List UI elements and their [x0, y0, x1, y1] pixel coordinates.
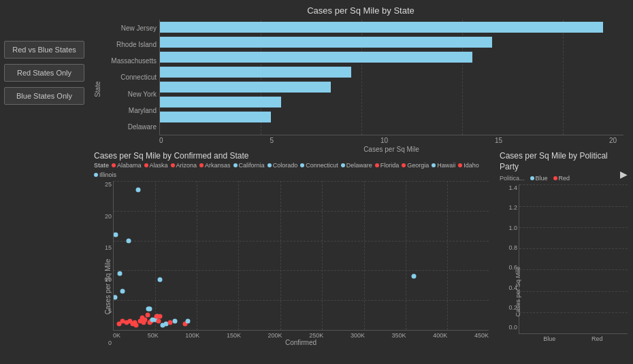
h-grid-5 — [114, 300, 489, 301]
r-grid-0.4 — [519, 291, 628, 292]
v-grid-250k — [322, 181, 323, 330]
x-tick-20: 20 — [609, 137, 617, 144]
legend-blue: Blue — [530, 175, 548, 182]
legend-florida: Florida — [375, 162, 400, 169]
arkansas-label: Arkansas — [205, 162, 231, 169]
legend-arizona: Arizona — [171, 162, 197, 169]
h-grid-10 — [114, 270, 489, 271]
alaska-label: Alaska — [150, 162, 168, 169]
scatter-title: Cases per Sq Mile by Confirmed and State — [94, 151, 489, 161]
y-label-ri: Rhode Island — [116, 41, 157, 48]
y-label-de: Delaware — [128, 123, 157, 131]
x-100k: 100K — [185, 332, 199, 339]
x-250k: 250K — [309, 332, 323, 339]
dot-r15 — [158, 314, 163, 319]
scatter-x-labels: 0K 50K 100K 150K 200K 250K 300K 350K 400… — [113, 332, 489, 339]
x-tick-5: 5 — [270, 137, 274, 144]
x-350k: 350K — [392, 332, 406, 339]
x-300k: 300K — [351, 332, 365, 339]
bar-ri — [160, 37, 492, 48]
legend-colorado: Colorado — [267, 162, 298, 169]
legend-alabama: Alabama — [112, 162, 142, 169]
dot-3 — [117, 271, 122, 276]
y-label-md: Maryland — [129, 107, 157, 114]
legend-hawaii: Hawaii — [432, 162, 455, 169]
right-y-axis-title: Cases per Sq Mile — [515, 267, 521, 317]
h-grid-20 — [114, 211, 489, 212]
dot-r4 — [134, 323, 139, 328]
play-button[interactable]: ▶ — [620, 169, 628, 180]
politica-label: Politica... — [500, 175, 525, 182]
bar-chart-content — [159, 20, 623, 135]
r-x-red: Red — [591, 335, 603, 342]
y-axis-title: State — [94, 82, 101, 97]
california-label: California — [239, 162, 265, 169]
bar-md — [160, 97, 281, 107]
idaho-dot — [458, 163, 462, 167]
florida-dot — [375, 163, 379, 167]
bar-row-ri — [160, 35, 623, 50]
y-label-ma: Massachusetts — [111, 57, 157, 65]
v-grid-200k — [280, 181, 281, 330]
blue-legend-dot — [530, 176, 534, 180]
connecticut-label: Connecticut — [306, 162, 338, 169]
alaska-dot — [144, 163, 148, 167]
dot-4 — [120, 289, 125, 294]
v-grid-350k — [406, 181, 406, 330]
h-grid-25 — [114, 181, 489, 182]
scatter-plot-area — [113, 181, 489, 331]
dot-2 — [114, 232, 118, 237]
x-50k: 50K — [148, 332, 159, 339]
x-axis-labels: 0 5 10 15 20 — [159, 135, 623, 144]
bar-ny — [160, 82, 331, 93]
delaware-dot — [341, 163, 345, 167]
red-states-only-button[interactable]: Red States Only — [4, 64, 84, 82]
scatter-y-axis-title: Cases per Sq Mile — [104, 259, 112, 315]
dot-1 — [113, 295, 118, 299]
right-bar-area — [519, 184, 628, 334]
hawaii-label: Hawaii — [437, 162, 455, 169]
x-tick-15: 15 — [495, 137, 502, 144]
dot-r9 — [145, 313, 150, 318]
y-label-ny: New York — [128, 90, 157, 98]
red-legend-dot — [553, 176, 557, 180]
v-grid-100k — [197, 181, 197, 330]
illinois-label: Illinois — [99, 171, 116, 178]
delaware-label: Delaware — [346, 162, 372, 169]
red-legend-label: Red — [559, 175, 570, 182]
legend-arkansas: Arkansas — [199, 162, 231, 169]
bar-row-de — [160, 110, 623, 125]
california-dot — [233, 163, 238, 167]
bar-row-ma — [160, 50, 623, 65]
legend-delaware: Delaware — [341, 162, 372, 169]
scatter-x-axis-title: Confirmed — [113, 339, 489, 346]
x-tick-0: 0 — [159, 137, 163, 144]
y-label-15: 15 — [94, 244, 112, 251]
legend-georgia: Georgia — [402, 162, 429, 169]
bar-row-nj — [160, 20, 623, 35]
r-y-1.4: 1.4 — [500, 184, 517, 191]
x-450k: 450K — [474, 332, 489, 339]
x-0k: 0K — [113, 332, 120, 339]
x-150k: 150K — [227, 332, 241, 339]
r-grid-0.2 — [519, 312, 628, 313]
red-vs-blue-button[interactable]: Red vs Blue States — [4, 41, 84, 59]
dot-b10 — [158, 277, 163, 282]
x-tick-10: 10 — [380, 137, 388, 144]
dot-b8 — [147, 307, 152, 312]
bar-row-ny — [160, 80, 623, 95]
v-grid-50k — [155, 181, 156, 330]
right-bar-chart: ▶ Cases per Sq Mile by Political Party P… — [494, 148, 630, 361]
right-chart-legend: Politica... Blue Red — [500, 175, 628, 182]
dot-r19 — [124, 320, 129, 325]
blue-legend-label: Blue — [536, 175, 548, 182]
top-bar-chart: Cases per Sq Mile by State New Jersey Rh… — [91, 5, 630, 148]
h-grid-15 — [114, 241, 489, 242]
florida-label: Florida — [380, 162, 400, 169]
blue-states-only-button[interactable]: Blue States Only — [4, 87, 84, 105]
arizona-dot — [171, 163, 175, 167]
idaho-label: Idaho — [464, 162, 479, 169]
bar-de — [160, 112, 271, 122]
illinois-dot — [94, 173, 98, 177]
scatter-legend: State Alabama Alaska Arizona — [94, 162, 489, 178]
